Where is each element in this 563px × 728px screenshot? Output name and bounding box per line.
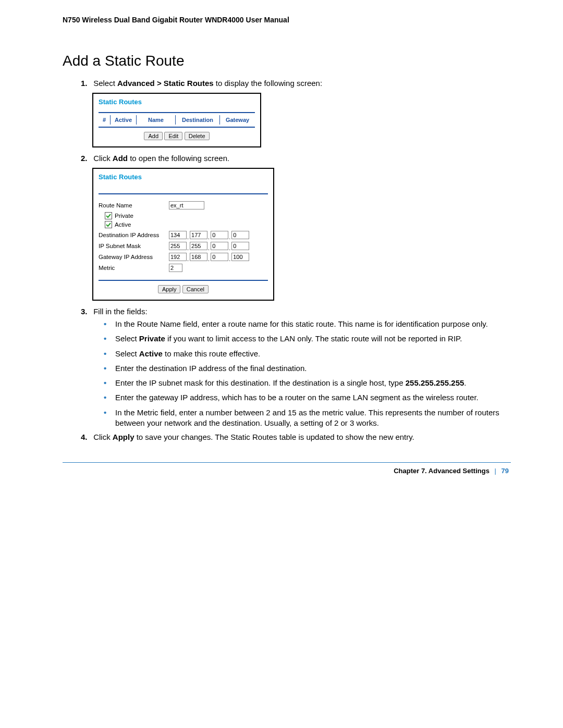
- cancel-button[interactable]: Cancel: [182, 285, 209, 293]
- footer-rule: [63, 462, 511, 463]
- route-name-label: Route Name: [99, 202, 169, 208]
- delete-button[interactable]: Delete: [185, 132, 210, 140]
- mask-3[interactable]: [211, 242, 228, 250]
- bullet: Enter the gateway IP address, which has …: [101, 392, 511, 403]
- col-active: Active: [111, 115, 137, 125]
- active-checkbox-row[interactable]: Active: [105, 221, 268, 228]
- page-footer: Chapter 7. Advanced Settings | 79: [63, 467, 511, 485]
- gw-3[interactable]: [211, 253, 228, 261]
- col-num: #: [99, 115, 111, 125]
- mask-4[interactable]: [231, 242, 249, 250]
- text: Enter the IP subnet mask for this destin…: [115, 378, 406, 387]
- gateway-row: Gateway IP Address . . .: [99, 253, 268, 261]
- step-bold: Advanced > Static Routes: [117, 79, 214, 88]
- text: Select: [115, 334, 139, 343]
- dest-ip-row: Destination IP Address . . .: [99, 231, 268, 239]
- step-3: 3. Fill in the fields: In the Route Name…: [81, 307, 511, 428]
- bullet: Select Private if you want to limit acce…: [101, 334, 511, 344]
- route-name-input[interactable]: [169, 201, 204, 209]
- step-text: Click: [93, 433, 113, 441]
- step-text: Select: [93, 79, 117, 88]
- checkbox-checked-icon: [105, 221, 112, 228]
- bold: 255.255.255.255: [406, 378, 464, 387]
- gw-2[interactable]: [190, 253, 207, 261]
- mask-2[interactable]: [190, 242, 207, 250]
- route-name-row: Route Name: [99, 201, 268, 209]
- mask-row: IP Subnet Mask . . .: [99, 242, 268, 250]
- bullet: In the Route Name field, enter a route n…: [101, 319, 511, 329]
- bullet: Select Active to make this route effecti…: [101, 349, 511, 359]
- step-2: 2. Click Add to open the following scree…: [81, 154, 511, 301]
- bullet: Enter the IP subnet mask for this destin…: [101, 378, 511, 388]
- dest-ip-2[interactable]: [190, 231, 207, 239]
- step-text: to display the following screen:: [214, 79, 322, 88]
- metric-input[interactable]: [169, 264, 182, 272]
- text: .: [464, 378, 466, 387]
- col-destination: Destination: [176, 115, 220, 125]
- step-num: 4.: [81, 433, 91, 441]
- text: to make this route effective.: [163, 349, 260, 358]
- step-text: Click: [93, 154, 113, 163]
- gateway-label: Gateway IP Address: [99, 254, 169, 260]
- doc-header: N750 Wireless Dual Band Gigabit Router W…: [63, 16, 511, 24]
- text: Select: [115, 349, 139, 358]
- add-button[interactable]: Add: [144, 132, 163, 140]
- mask-1[interactable]: [169, 242, 187, 250]
- private-checkbox-row[interactable]: Private: [105, 212, 268, 219]
- gw-4[interactable]: [231, 253, 249, 261]
- col-gateway: Gateway: [220, 115, 255, 125]
- private-label: Private: [115, 213, 133, 219]
- chapter-label: Chapter 7. Advanced Settings: [394, 467, 489, 475]
- bullet: Enter the destination IP address of the …: [101, 363, 511, 374]
- step-text: to open the following screen.: [128, 154, 229, 163]
- step-1: 1. Select Advanced > Static Routes to di…: [81, 79, 511, 147]
- step-bold: Apply: [113, 433, 134, 441]
- page-number: 79: [501, 467, 509, 475]
- active-label: Active: [115, 221, 131, 228]
- page-title: Add a Static Route: [63, 53, 511, 69]
- dest-ip-1[interactable]: [169, 231, 187, 239]
- panel-title: Static Routes: [99, 173, 268, 181]
- dest-ip-label: Destination IP Address: [99, 232, 169, 238]
- bold: Private: [139, 334, 165, 343]
- metric-label: Metric: [99, 265, 169, 271]
- text: if you want to limit access to the LAN o…: [165, 334, 462, 343]
- step-text: to save your changes. The Static Routes …: [134, 433, 414, 441]
- checkbox-checked-icon: [105, 212, 112, 219]
- dest-ip-3[interactable]: [211, 231, 228, 239]
- static-routes-form-panel: Static Routes Route Name Private: [92, 168, 274, 301]
- step-text: Fill in the fields:: [93, 307, 147, 316]
- footer-sep: |: [495, 467, 496, 475]
- edit-button[interactable]: Edit: [164, 132, 182, 140]
- panel-title: Static Routes: [99, 98, 255, 106]
- step-num: 2.: [81, 154, 91, 163]
- metric-row: Metric: [99, 264, 268, 272]
- col-name: Name: [137, 115, 176, 125]
- apply-button[interactable]: Apply: [158, 285, 181, 293]
- step-num: 1.: [81, 79, 91, 88]
- step-bold: Add: [113, 154, 128, 163]
- bold: Active: [139, 349, 163, 358]
- dest-ip-4[interactable]: [231, 231, 249, 239]
- static-routes-list-panel: Static Routes # Active Name Destination …: [92, 93, 261, 147]
- gw-1[interactable]: [169, 253, 187, 261]
- routes-table: # Active Name Destination Gateway: [99, 115, 255, 125]
- step-4: 4. Click Apply to save your changes. The…: [81, 433, 511, 441]
- step-num: 3.: [81, 307, 91, 316]
- bullet: In the Metric field, enter a number betw…: [101, 408, 511, 429]
- mask-label: IP Subnet Mask: [99, 243, 169, 249]
